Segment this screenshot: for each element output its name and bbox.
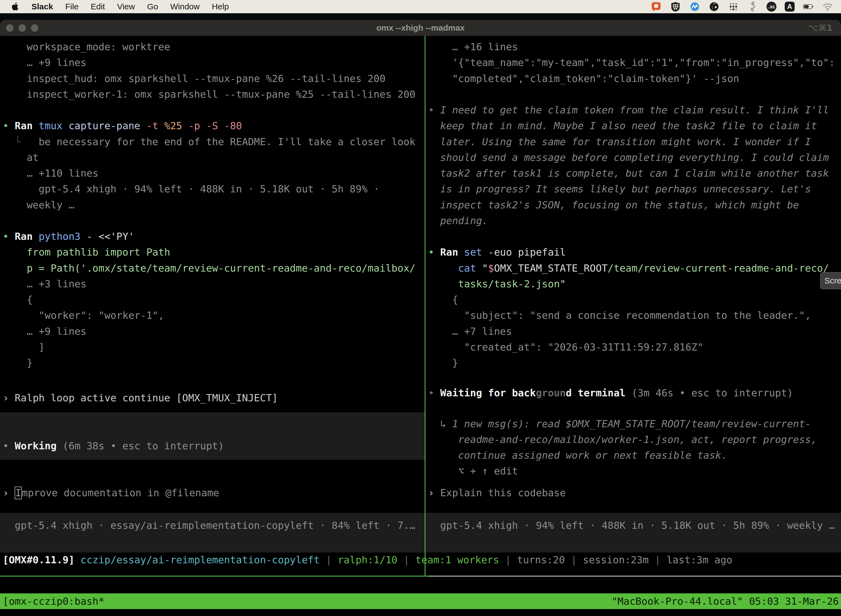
tmux-session-label[interactable]: [omx-cczip0:bash* [3, 595, 104, 607]
text-segment: | [499, 554, 517, 566]
menu-item-edit[interactable]: Edit [85, 0, 111, 13]
apple-menu-icon[interactable] [10, 1, 21, 12]
tmux-host-clock: "MacBook-Pro-44.local" 05:03 31-Mar-26 [611, 595, 839, 607]
squiggle-icon[interactable] [747, 1, 758, 12]
omx-status-bar: [OMX#0.11.9] cczip/essay/ai-reimplementa… [0, 0, 841, 616]
apple-logo-icon [11, 2, 20, 11]
text-segment: cczip/essay/ai-reimplementation-copyleft [81, 554, 320, 566]
text-segment: session:23m [583, 554, 648, 566]
dots-grid-icon[interactable] [728, 1, 739, 12]
terminal-line: [OMX#0.11.9] cczip/essay/ai-reimplementa… [3, 553, 732, 567]
text-segment: ralph:1/10 [338, 554, 398, 566]
menu-status-icons: ..61 A [651, 1, 833, 12]
badge-61-icon[interactable]: ..61 [766, 1, 777, 12]
text-segment: | [565, 554, 583, 566]
text-segment: | [649, 554, 667, 566]
menu-item-go[interactable]: Go [141, 0, 164, 13]
text-segment: | [320, 554, 338, 566]
slack-status-icon[interactable] [651, 1, 662, 12]
wifi-icon[interactable] [822, 1, 833, 12]
text-segment: last:3m ago [667, 554, 732, 566]
battery-icon[interactable] [803, 1, 814, 12]
text-segment: turns:20 [517, 554, 565, 566]
menu-item-file[interactable]: File [59, 0, 84, 13]
text-segment: [OMX#0.11.9] [3, 554, 81, 566]
zigzag-badge-icon[interactable] [689, 1, 700, 12]
menu-item-help[interactable]: Help [206, 0, 235, 13]
menu-app-name[interactable]: Slack [25, 0, 59, 13]
menu-item-view[interactable]: View [111, 0, 141, 13]
menu-items: Slack File Edit View Go Window Help [25, 0, 235, 13]
text-segment: | [398, 554, 416, 566]
letter-a-icon[interactable]: A [785, 1, 795, 12]
macos-menu-bar: Slack File Edit View Go Window Help ..61… [0, 0, 841, 13]
menu-item-window[interactable]: Window [164, 0, 206, 13]
tmux-status-bar: [omx-cczip0:bash* "MacBook-Pro-44.local"… [0, 593, 841, 609]
text-segment: team:1 workers [416, 554, 499, 566]
screenshot-overlay-button[interactable]: Scre [820, 272, 841, 289]
grid-shield-icon[interactable] [670, 1, 681, 12]
crescent-app-icon[interactable] [709, 1, 719, 12]
